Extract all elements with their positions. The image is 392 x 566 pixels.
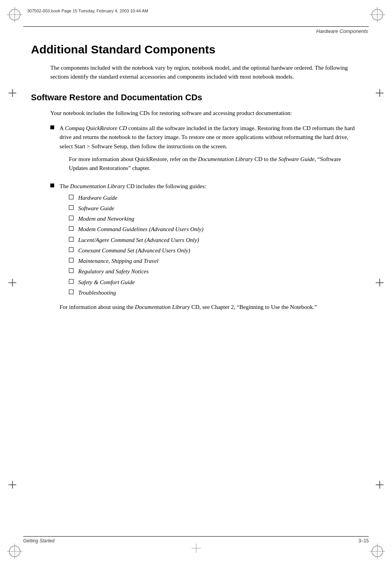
page-container: 307502-003.book Page 15 Tuesday, Februar… [0,0,392,566]
checkbox-item-safety-comfort: Safety & Comfort Guide [69,278,361,287]
bullet-square-1 [50,125,54,129]
reg-mark-top-left [7,7,22,22]
main-heading: Additional Standard Components [31,43,361,57]
checkbox-box-software-guide [69,205,74,210]
section-intro: Your notebook includes the following CDs… [50,109,361,118]
checkbox-box-modem-command [69,226,74,231]
bullet-list: A Compaq QuickRestore CD contains all th… [50,124,361,312]
footer-left: Getting Started [23,538,55,544]
reg-mark-bottom-right [370,544,385,559]
bullet-item-2: The Documentation Library CD includes th… [50,182,361,312]
left-crosshair-lower [9,481,16,489]
checkbox-item-modem-command: Modem Command Guidelines (Advanced Users… [69,225,361,234]
content-area: Additional Standard Components The compo… [31,43,361,317]
checkbox-label-hardware-guide: Hardware Guide [78,194,117,202]
italic-software-guide: Software Guide, [279,156,316,162]
section-heading: Software Restore and Documentation CDs [31,93,361,103]
reg-mark-top-right [370,7,385,22]
checkbox-box-regulatory [69,268,74,273]
checkbox-label-modem-networking: Modem and Networking [78,214,134,223]
italic-doc-library-closing: Documentation Library [135,304,190,310]
intro-paragraph: The components included with the noteboo… [50,63,361,82]
bottom-center-mark [192,544,201,554]
checkbox-box-lucent [69,237,74,242]
checkbox-item-maintenance: Maintenance, Shipping and Travel [69,257,361,266]
closing-paragraph: For information about using the Document… [60,303,361,312]
checkbox-box-troubleshooting [69,290,74,294]
checkbox-item-hardware-guide: Hardware Guide [69,194,361,202]
footer-right: 3–15 [358,538,369,544]
left-crosshair-middle [9,279,16,286]
checkbox-item-troubleshooting: Troubleshooting [69,288,361,297]
checkbox-label-troubleshooting: Troubleshooting [78,288,116,297]
checkbox-label-conexant: Conexant Command Set (Advanced Users Onl… [78,246,190,255]
checkbox-box-maintenance [69,258,74,262]
bullet-text-1: A Compaq QuickRestore CD contains all th… [60,124,361,151]
reg-mark-bottom-left [7,544,22,559]
checkbox-item-lucent: Lucent/Agere Command Set (Advanced Users… [69,236,361,245]
file-info: 307502-003.book Page 15 Tuesday, Februar… [27,9,148,13]
bullet-text-2: The Documentation Library CD includes th… [60,182,361,191]
checkbox-label-lucent: Lucent/Agere Command Set (Advanced Users… [78,236,199,245]
header-rule [23,26,369,27]
footer-rule [23,536,369,537]
italic-doc-library-2: Documentation Library [70,183,125,189]
bullet-item-1: A Compaq QuickRestore CD contains all th… [50,124,361,177]
footer-content: Getting Started 3–15 [23,538,369,544]
checkbox-label-regulatory: Regulatory and Safety Notices [78,267,149,276]
checkbox-list: Hardware Guide Software Guide Modem and … [69,194,361,298]
checkbox-label-maintenance: Maintenance, Shipping and Travel [78,257,158,266]
sub-paragraph: For more information about QuickRestore,… [69,155,361,173]
right-crosshair-lower [376,481,383,489]
checkbox-box-safety-comfort [69,279,74,284]
right-crosshair-upper [376,89,383,97]
header-title: Hardware Components [23,28,369,34]
checkbox-item-regulatory: Regulatory and Safety Notices [69,267,361,276]
checkbox-box-modem-networking [69,216,74,220]
bullet-square-2 [50,184,54,187]
checkbox-item-software-guide: Software Guide [69,204,361,213]
checkbox-label-safety-comfort: Safety & Comfort Guide [78,278,135,287]
footer-section: Getting Started 3–15 [23,536,369,544]
checkbox-label-modem-command: Modem Command Guidelines (Advanced Users… [78,225,204,234]
checkbox-item-conexant: Conexant Command Set (Advanced Users Onl… [69,246,361,255]
checkbox-box-conexant [69,247,74,252]
italic-doc-library-1: Documentation Library [198,156,253,162]
checkbox-item-modem-networking: Modem and Networking [69,214,361,223]
checkbox-box-hardware-guide [69,195,74,199]
header-section: Hardware Components [23,26,369,34]
italic-quickrestore: Compaq QuickRestore CD [65,125,127,131]
right-crosshair-middle [376,279,383,286]
checkbox-label-software-guide: Software Guide [78,204,114,213]
left-crosshair-upper [9,89,16,97]
